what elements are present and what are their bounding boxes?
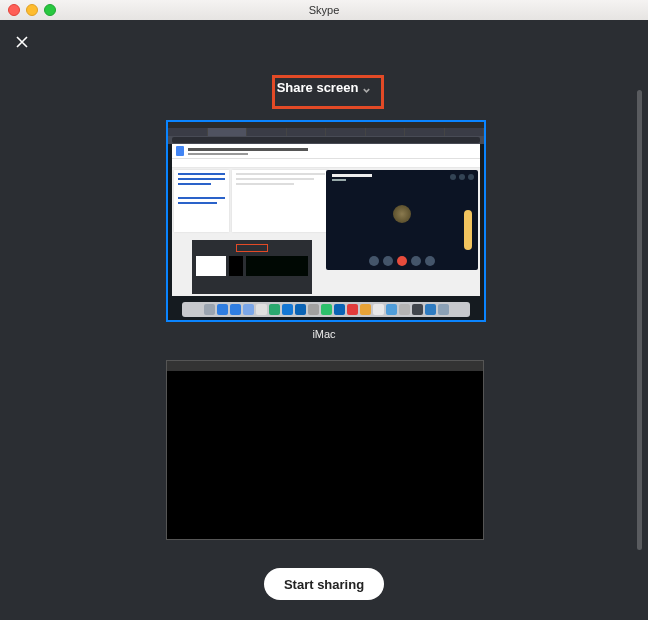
close-icon <box>14 34 30 50</box>
hangup-icon <box>397 256 407 266</box>
skype-call-preview <box>326 170 478 270</box>
dock-icon <box>412 304 423 315</box>
screen-option-primary[interactable] <box>166 120 486 322</box>
gdoc-icon <box>176 146 184 156</box>
window-title: Skype <box>0 4 648 16</box>
start-sharing-button[interactable]: Start sharing <box>264 568 384 600</box>
dock-icon <box>373 304 384 315</box>
dock-icon <box>438 304 449 315</box>
dock-icon <box>386 304 397 315</box>
dock-icon <box>295 304 306 315</box>
screen-option-secondary[interactable] <box>166 360 484 540</box>
mac-dock <box>182 302 470 317</box>
dock-icon <box>399 304 410 315</box>
dock-icon <box>230 304 241 315</box>
dock-icon <box>425 304 436 315</box>
dock-icon <box>204 304 215 315</box>
scrollbar[interactable] <box>637 90 642 550</box>
screen-label-primary: iMac <box>166 328 482 340</box>
dock-icon <box>256 304 267 315</box>
dock-icon <box>334 304 345 315</box>
share-screen-modal: Share screen <box>0 20 648 620</box>
screen-options: iMac <box>166 120 482 540</box>
annotation-highlight <box>272 75 384 109</box>
close-button[interactable] <box>12 32 32 52</box>
dock-icon <box>360 304 371 315</box>
mac-titlebar: Skype <box>0 0 648 21</box>
dock-icon <box>321 304 332 315</box>
dock-icon <box>282 304 293 315</box>
dock-icon <box>243 304 254 315</box>
action-bar: Start sharing <box>0 568 648 600</box>
dock-icon <box>269 304 280 315</box>
dock-icon <box>217 304 228 315</box>
dock-icon <box>347 304 358 315</box>
dock-icon <box>308 304 319 315</box>
